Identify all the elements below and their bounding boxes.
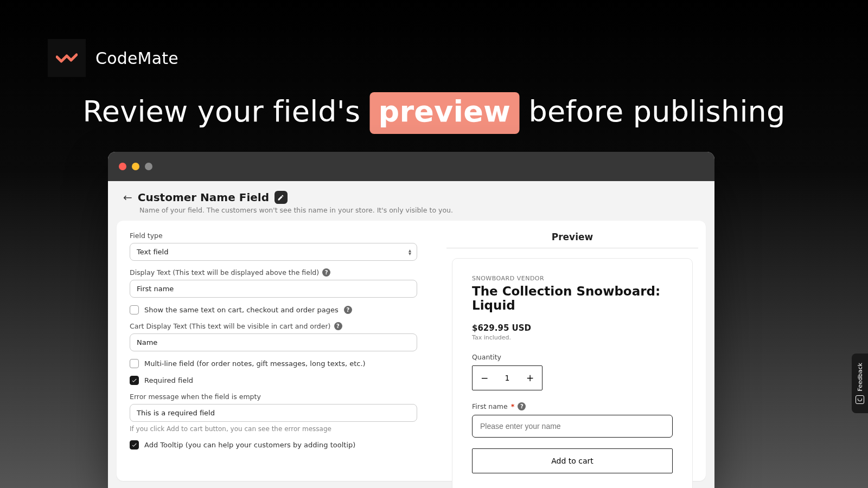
brand-name: CodeMate — [95, 49, 178, 68]
feedback-tab[interactable]: Feedback — [852, 354, 868, 413]
field-type-select[interactable]: Text field ▴▾ — [130, 243, 417, 261]
chevron-updown-icon: ▴▾ — [409, 249, 411, 255]
preview-tax: Tax included. — [472, 334, 673, 341]
preview-heading: Preview — [452, 232, 693, 242]
preview-card: SNOWBOARD VENDOR The Collection Snowboar… — [452, 258, 693, 488]
headline: Review your field's preview before publi… — [83, 92, 786, 134]
error-message-input[interactable] — [130, 404, 417, 422]
headline-highlight: preview — [370, 92, 520, 134]
brand-logo — [48, 39, 86, 77]
error-hint: If you click Add to cart button, you can… — [130, 425, 417, 433]
help-icon[interactable]: ? — [334, 322, 342, 330]
preview-vendor: SNOWBOARD VENDOR — [472, 275, 673, 282]
app-window: ← Customer Name Field Name of your field… — [108, 152, 714, 488]
display-text-label: Display Text (This text will be displaye… — [130, 268, 417, 277]
smiley-icon — [856, 395, 864, 404]
cart-display-input[interactable] — [130, 333, 417, 351]
preview-field-input[interactable] — [472, 415, 673, 438]
add-to-cart-button[interactable]: Add to cart — [472, 448, 673, 473]
quantity-label: Quantity — [472, 353, 673, 361]
window-close-icon[interactable] — [119, 163, 126, 170]
same-text-label: Show the same text on cart, checkout and… — [144, 306, 339, 314]
preview-price: $629.95 USD — [472, 323, 673, 333]
preview-field-label: First name* ? — [472, 402, 673, 410]
tooltip-checkbox[interactable] — [130, 440, 139, 450]
required-label: Required field — [144, 376, 193, 384]
cart-display-label: Cart Display Text (This text will be vis… — [130, 322, 417, 330]
back-arrow-icon[interactable]: ← — [123, 191, 132, 204]
display-text-input[interactable] — [130, 280, 417, 298]
multiline-checkbox[interactable] — [130, 359, 139, 368]
window-zoom-icon[interactable] — [145, 163, 152, 170]
field-type-label: Field type — [130, 232, 417, 240]
help-icon[interactable]: ? — [344, 306, 352, 314]
window-titlebar — [108, 152, 714, 181]
window-minimize-icon[interactable] — [132, 163, 139, 170]
quantity-increase-button[interactable]: + — [518, 366, 542, 390]
feedback-label: Feedback — [857, 363, 864, 391]
quantity-decrease-button[interactable]: − — [473, 366, 496, 390]
preview-product-title: The Collection Snowboard: Liquid — [472, 284, 673, 312]
required-checkbox[interactable] — [130, 376, 139, 385]
tooltip-label: Add Tooltip (you can help your customers… — [144, 441, 355, 449]
quantity-value: 1 — [496, 366, 518, 390]
help-icon[interactable]: ? — [322, 268, 330, 277]
same-text-checkbox[interactable] — [130, 305, 139, 314]
multiline-label: Multi-line field (for order notes, gift … — [144, 359, 366, 368]
edit-title-button[interactable] — [275, 191, 288, 204]
error-message-label: Error message when the field is empty — [130, 393, 417, 401]
help-icon[interactable]: ? — [518, 402, 526, 410]
page-title: Customer Name Field — [138, 191, 269, 204]
page-subtitle: Name of your field. The customers won't … — [139, 206, 699, 214]
quantity-stepper: − 1 + — [472, 365, 542, 390]
preview-divider — [446, 248, 698, 248]
